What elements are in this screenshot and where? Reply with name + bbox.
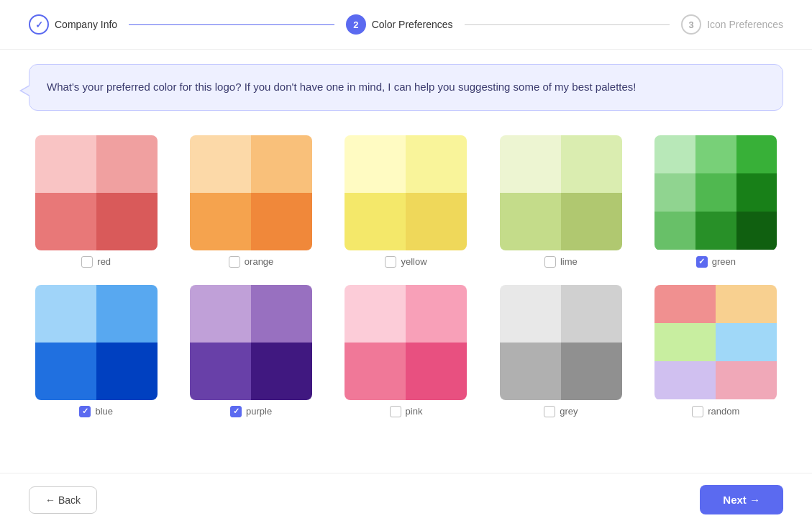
color-item-red: red <box>29 135 163 268</box>
color-swatch-green[interactable] <box>654 135 777 250</box>
color-label-grey: grey <box>544 406 578 417</box>
color-label-green: green <box>696 256 736 268</box>
color-name-grey: grey <box>560 406 578 417</box>
color-checkbox-grey[interactable] <box>544 406 555 417</box>
color-label-purple: purple <box>230 406 272 417</box>
step-line-1 <box>129 24 334 25</box>
footer: ← Back Next → <box>0 473 812 526</box>
color-swatch-grey[interactable] <box>500 285 622 400</box>
color-item-yellow: yellow <box>339 135 473 268</box>
color-name-purple: purple <box>246 406 272 417</box>
color-checkbox-purple[interactable] <box>230 406 242 417</box>
chat-bubble-text: What's your preferred color for this log… <box>47 81 637 93</box>
page: ✓ Company Info 2 Color Preferences 3 Ico… <box>0 0 812 526</box>
color-swatch-purple[interactable] <box>190 285 312 400</box>
step-icon-preferences: 3 Icon Preferences <box>681 14 783 35</box>
color-item-orange: orange <box>183 135 318 268</box>
color-name-lime: lime <box>560 256 578 267</box>
stepper: ✓ Company Info 2 Color Preferences 3 Ico… <box>0 0 812 50</box>
color-name-yellow: yellow <box>401 256 426 267</box>
color-name-green: green <box>712 256 736 267</box>
next-button[interactable]: Next → <box>700 485 783 514</box>
back-button[interactable]: ← Back <box>29 486 97 514</box>
color-swatch-orange[interactable] <box>190 135 312 250</box>
color-label-yellow: yellow <box>385 256 426 268</box>
step-color-preferences: 2 Color Preferences <box>346 14 453 35</box>
color-checkbox-red[interactable] <box>81 256 93 268</box>
step-company-info: ✓ Company Info <box>29 14 117 35</box>
color-item-purple: purple <box>183 285 318 417</box>
color-item-grey: grey <box>493 285 628 417</box>
color-checkbox-random[interactable] <box>692 406 703 417</box>
color-checkbox-yellow[interactable] <box>385 256 396 268</box>
color-item-random: random <box>649 285 783 417</box>
step-circle-icon-preferences: 3 <box>681 14 701 35</box>
step-label-color-preferences: Color Preferences <box>372 19 453 30</box>
color-label-red: red <box>81 256 111 268</box>
color-label-orange: orange <box>229 256 273 268</box>
colors-area: redorangeyellowlimegreenbluepurplepinkgr… <box>0 118 812 473</box>
step-label-company-info: Company Info <box>55 19 117 30</box>
color-swatch-blue[interactable] <box>35 285 158 400</box>
color-item-green: green <box>649 135 783 268</box>
color-swatch-random[interactable] <box>654 285 777 400</box>
color-swatch-pink[interactable] <box>345 285 467 400</box>
color-item-lime: lime <box>493 135 628 268</box>
color-label-pink: pink <box>390 406 423 417</box>
color-checkbox-pink[interactable] <box>390 406 401 417</box>
color-item-blue: blue <box>29 285 163 417</box>
step-circle-company-info: ✓ <box>29 14 49 35</box>
color-name-blue: blue <box>95 406 113 417</box>
chat-area: What's your preferred color for this log… <box>0 50 812 118</box>
color-label-random: random <box>692 406 739 417</box>
chat-bubble: What's your preferred color for this log… <box>29 64 783 111</box>
color-swatch-red[interactable] <box>35 135 158 250</box>
step-circle-color-preferences: 2 <box>346 14 366 35</box>
color-swatch-lime[interactable] <box>500 135 622 250</box>
color-label-blue: blue <box>79 406 113 417</box>
color-checkbox-orange[interactable] <box>229 256 240 268</box>
color-swatch-yellow[interactable] <box>345 135 467 250</box>
color-name-pink: pink <box>406 406 423 417</box>
color-checkbox-green[interactable] <box>696 256 708 268</box>
color-name-random: random <box>708 406 739 417</box>
step-line-2 <box>465 24 670 25</box>
color-checkbox-lime[interactable] <box>544 256 556 268</box>
color-label-lime: lime <box>544 256 578 268</box>
color-checkbox-blue[interactable] <box>79 406 91 417</box>
step-label-icon-preferences: Icon Preferences <box>707 19 783 30</box>
color-item-pink: pink <box>339 285 473 417</box>
color-name-orange: orange <box>245 256 273 267</box>
color-name-red: red <box>97 256 111 267</box>
color-grid: redorangeyellowlimegreenbluepurplepinkgr… <box>29 125 783 427</box>
